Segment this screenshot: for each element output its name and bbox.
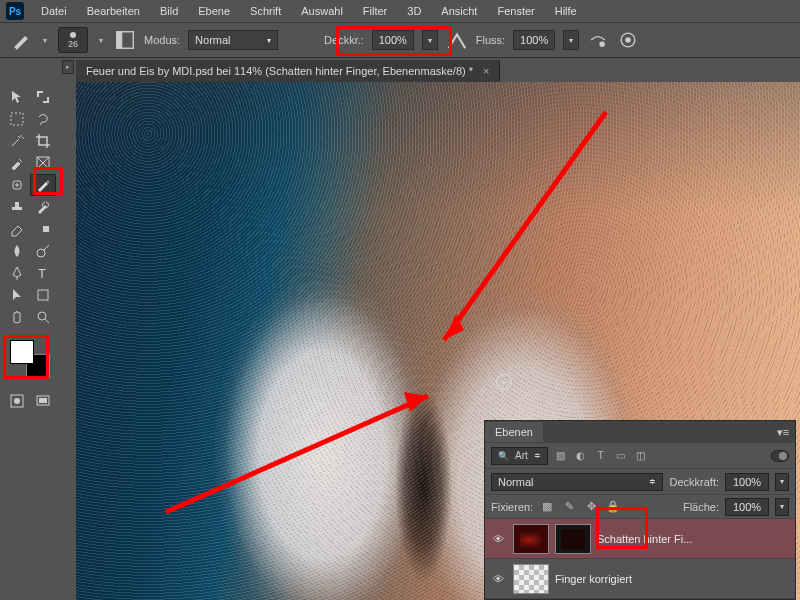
pen-tool[interactable] (4, 262, 30, 284)
menu-edit[interactable]: Bearbeiten (78, 2, 149, 20)
marquee-tool[interactable] (4, 108, 30, 130)
annotation-arrows (76, 82, 800, 600)
svg-rect-1 (117, 32, 123, 49)
healing-tool[interactable] (4, 174, 30, 196)
menu-file[interactable]: Datei (32, 2, 76, 20)
svg-point-2 (600, 41, 606, 47)
zoom-tool[interactable] (30, 306, 56, 328)
dodge-tool[interactable] (30, 240, 56, 262)
brush-panel-icon[interactable] (114, 29, 136, 51)
menu-view[interactable]: Ansicht (432, 2, 486, 20)
panel-expand-handle[interactable]: ▸ (62, 60, 74, 74)
app-logo: Ps (6, 2, 24, 20)
close-tab-icon[interactable]: × (483, 65, 489, 77)
stamp-tool[interactable] (4, 196, 30, 218)
menu-select[interactable]: Auswahl (292, 2, 352, 20)
svg-rect-9 (37, 226, 43, 232)
pressure-size-icon[interactable] (617, 29, 639, 51)
toolbox: T (2, 84, 58, 414)
menu-3d[interactable]: 3D (398, 2, 430, 20)
document-tab-title: Feuer und Eis by MDI.psd bei 114% (Schat… (86, 65, 473, 77)
menu-layer[interactable]: Ebene (189, 2, 239, 20)
history-brush-tool[interactable] (30, 196, 56, 218)
menu-bar: Ps Datei Bearbeiten Bild Ebene Schrift A… (0, 0, 800, 22)
svg-rect-5 (11, 113, 23, 125)
screenmode-toggle[interactable] (30, 390, 56, 412)
svg-rect-12 (38, 290, 48, 300)
move-tool[interactable] (4, 86, 30, 108)
opacity-label: Deckkr.: (324, 34, 364, 46)
menu-image[interactable]: Bild (151, 2, 187, 20)
blend-mode-value: Normal (195, 34, 230, 46)
menu-filter[interactable]: Filter (354, 2, 396, 20)
lasso-tool[interactable] (30, 108, 56, 130)
airbrush-icon[interactable] (587, 29, 609, 51)
opacity-dropdown[interactable]: ▾ (422, 30, 438, 50)
mode-label: Modus: (144, 34, 180, 46)
svg-point-15 (14, 398, 20, 404)
flow-label: Fluss: (476, 34, 505, 46)
color-swatches[interactable] (10, 340, 52, 380)
brush-preset-dropdown[interactable]: ▾ (96, 36, 106, 45)
path-select-tool[interactable] (4, 284, 30, 306)
svg-text:T: T (38, 266, 46, 281)
svg-rect-17 (39, 398, 47, 403)
menu-help[interactable]: Hilfe (546, 2, 586, 20)
eyedropper-tool[interactable] (4, 152, 30, 174)
shape-tool[interactable] (30, 284, 56, 306)
options-bar: ▾ 26 ▾ Modus: Normal▾ Deckkr.: 100% ▾ Fl… (0, 22, 800, 58)
hand-tool[interactable] (4, 306, 30, 328)
tool-preset-dropdown[interactable]: ▾ (40, 36, 50, 45)
frame-tool[interactable] (30, 152, 56, 174)
menu-window[interactable]: Fenster (488, 2, 543, 20)
brush-preset[interactable]: 26 (58, 27, 88, 53)
svg-point-4 (625, 37, 631, 43)
type-tool[interactable]: T (30, 262, 56, 284)
document-tab-strip: Feuer und Eis by MDI.psd bei 114% (Schat… (76, 60, 500, 82)
wand-tool[interactable] (4, 130, 30, 152)
quickmask-toggle[interactable] (4, 390, 30, 412)
crop-tool[interactable] (30, 130, 56, 152)
tool-preset-icon[interactable] (10, 29, 32, 51)
flow-input[interactable]: 100% (513, 30, 555, 50)
eraser-tool[interactable] (4, 218, 30, 240)
brush-tool[interactable] (30, 174, 56, 196)
artboard-tool[interactable] (30, 86, 56, 108)
svg-line-20 (166, 396, 428, 512)
menu-type[interactable]: Schrift (241, 2, 290, 20)
pressure-opacity-icon[interactable] (446, 29, 468, 51)
svg-point-13 (38, 312, 46, 320)
opacity-input[interactable]: 100% (372, 30, 414, 50)
document-tab[interactable]: Feuer und Eis by MDI.psd bei 114% (Schat… (76, 60, 500, 82)
svg-line-18 (444, 112, 606, 340)
svg-point-10 (37, 249, 45, 257)
gradient-tool[interactable] (30, 218, 56, 240)
foreground-color-swatch[interactable] (10, 340, 34, 364)
blend-mode-select[interactable]: Normal▾ (188, 30, 278, 50)
blur-tool[interactable] (4, 240, 30, 262)
flow-dropdown[interactable]: ▾ (563, 30, 579, 50)
brush-size-value: 26 (68, 39, 78, 49)
